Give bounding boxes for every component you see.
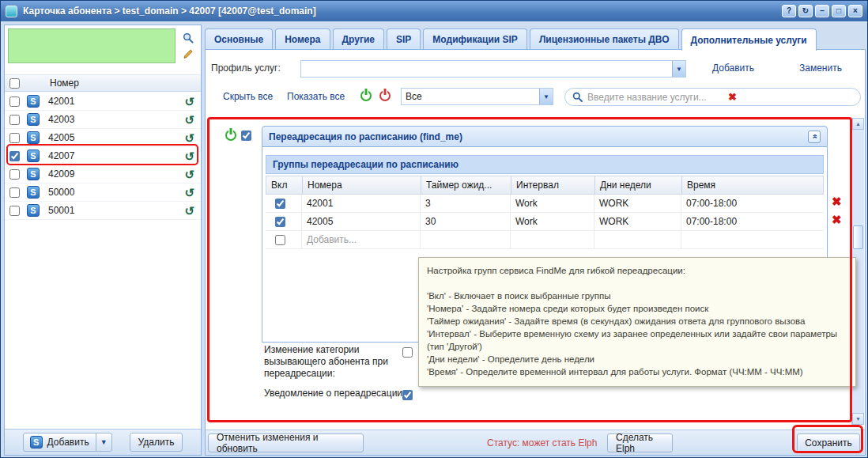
subscriber-row[interactable]: 42009 ↺ <box>5 165 201 184</box>
row-checkbox[interactable] <box>9 206 20 216</box>
tooltip-line: 'Номера' - Задайте номера среди которых … <box>427 302 847 315</box>
tab-licenzionnye-pakety-dvo[interactable]: Лицензионные пакеты ДВО <box>530 28 679 49</box>
group-timer: 30 <box>421 213 511 230</box>
subscriber-icon <box>27 168 40 180</box>
refresh-button[interactable]: ↻ <box>798 5 813 17</box>
group-timer: 3 <box>421 195 511 212</box>
subscriber-list-panel: Номер 42001 ↺ 42003 ↺ 42005 ↺ <box>4 25 202 456</box>
category-change-checkbox[interactable] <box>402 347 413 358</box>
group-enabled-checkbox[interactable] <box>275 217 285 227</box>
history-icon[interactable]: ↺ <box>184 150 194 162</box>
subscriber-icon <box>30 436 43 449</box>
service-power-icon[interactable] <box>225 130 236 141</box>
enable-all-icon[interactable] <box>360 90 372 101</box>
delete-group-icon[interactable]: ✖ <box>832 214 842 225</box>
group-enabled-checkbox[interactable] <box>275 235 285 245</box>
cancel-refresh-button[interactable]: Отменить изменения и обновить <box>208 433 364 452</box>
grid-column-header[interactable]: Вкл <box>266 176 303 194</box>
add-subscriber-button[interactable]: Добавить ▼ <box>23 433 112 452</box>
profile-add-button[interactable]: Добавить <box>712 62 754 74</box>
findme-panel-header[interactable]: Переадресация по расписанию (find_me) » <box>262 126 828 147</box>
tab-drugie[interactable]: Другие <box>333 28 384 49</box>
row-checkbox[interactable] <box>9 151 20 161</box>
subscriber-row[interactable]: 42003 ↺ <box>5 111 201 129</box>
minimize-button[interactable]: – <box>815 5 829 17</box>
history-icon[interactable]: ↺ <box>184 205 194 217</box>
services-filter-select[interactable]: Все ▼ <box>401 88 553 105</box>
profile-replace-button[interactable]: Заменить <box>799 62 842 74</box>
window-title: Карточка абонента > test_domain > 42007 … <box>23 6 779 17</box>
service-search-input[interactable] <box>587 92 728 103</box>
grid-column-header[interactable]: Таймер ожид... <box>421 176 511 194</box>
make-elph-button[interactable]: Сделать Elph <box>607 433 673 452</box>
row-checkbox[interactable] <box>9 97 20 107</box>
maximize-button[interactable]: □ <box>832 5 846 17</box>
profile-label: Профиль услуг: <box>211 62 281 74</box>
scroll-up-icon[interactable]: ▲ <box>852 118 864 130</box>
group-enabled-checkbox[interactable] <box>275 199 285 209</box>
disable-all-icon[interactable] <box>379 90 391 101</box>
tooltip-line: 'Время' - Определите временной интервал … <box>427 365 847 378</box>
save-button[interactable]: Сохранить <box>797 433 860 452</box>
subscriber-number: 42007 <box>48 150 184 161</box>
quick-search-box[interactable] <box>8 28 175 63</box>
delete-subscriber-button[interactable]: Удалить <box>130 433 183 452</box>
subscriber-icon <box>27 150 40 162</box>
close-button[interactable]: × <box>848 5 862 17</box>
add-group-row[interactable]: Добавить... <box>266 231 824 249</box>
edit-pencil-icon[interactable] <box>181 47 195 61</box>
help-button[interactable]: ? <box>782 5 796 17</box>
delete-group-icon[interactable]: ✖ <box>832 195 842 207</box>
clear-search-icon[interactable]: ✖ <box>728 92 737 102</box>
tab-modifikacii-sip[interactable]: Модификации SIP <box>423 28 527 49</box>
select-all-checkbox[interactable] <box>9 78 20 89</box>
subscriber-row[interactable]: 50000 ↺ <box>5 184 201 202</box>
collapse-icon[interactable]: » <box>808 131 821 143</box>
history-icon[interactable]: ↺ <box>184 96 194 108</box>
group-row[interactable]: 42005 30 Work WORK 07:00-18:00 <box>266 213 824 231</box>
row-checkbox[interactable] <box>9 169 20 180</box>
add-group-label[interactable]: Добавить... <box>302 231 421 248</box>
row-checkbox[interactable] <box>9 133 20 143</box>
subscriber-icon <box>27 95 40 108</box>
subscriber-row[interactable]: 42005 ↺ <box>5 129 201 147</box>
search-icon[interactable] <box>181 31 195 45</box>
subscriber-row-selected[interactable]: 42007 ↺ <box>5 147 201 165</box>
group-time: 07:00-18:00 <box>681 213 824 230</box>
grid-column-header[interactable]: Время <box>682 176 823 194</box>
service-enabled-checkbox[interactable] <box>241 131 251 141</box>
tab-dopolnitelnye-uslugi[interactable]: Дополнительные услуги <box>681 28 817 51</box>
history-icon[interactable]: ↺ <box>184 132 194 144</box>
grid-column-header[interactable]: Дни недели <box>595 176 682 194</box>
chevron-down-icon[interactable]: ▼ <box>672 61 685 77</box>
history-icon[interactable]: ↺ <box>184 187 194 199</box>
grid-column-header[interactable]: Номера <box>303 176 421 194</box>
services-filter-value: Все <box>402 91 539 102</box>
tab-osnovnye[interactable]: Основные <box>205 28 273 49</box>
subscriber-row[interactable]: 50001 ↺ <box>5 202 201 220</box>
group-number: 42005 <box>302 213 421 230</box>
group-days: WORK <box>594 195 681 212</box>
notify-forward-checkbox[interactable] <box>402 390 413 400</box>
grid-column-header[interactable]: Интервал <box>511 176 595 194</box>
number-column-header: Номер <box>50 78 79 89</box>
row-checkbox[interactable] <box>9 115 20 125</box>
chevron-down-icon[interactable]: ▼ <box>539 89 553 104</box>
subscriber-icon <box>27 204 40 217</box>
subscriber-row[interactable]: 42001 ↺ <box>5 93 201 111</box>
show-all-button[interactable]: Показать все <box>287 91 345 102</box>
hide-all-button[interactable]: Скрыть все <box>223 91 273 102</box>
group-row[interactable]: 42001 3 Work WORK 07:00-18:00 <box>266 195 824 213</box>
profile-select[interactable]: ▼ <box>300 60 686 78</box>
group-interval: Work <box>511 213 594 230</box>
chevron-down-icon[interactable]: ▼ <box>96 433 111 451</box>
row-checkbox[interactable] <box>9 187 20 198</box>
history-icon[interactable]: ↺ <box>184 168 194 180</box>
subscriber-icon <box>27 131 40 144</box>
tab-nomera[interactable]: Номера <box>275 28 330 49</box>
history-icon[interactable]: ↺ <box>184 114 194 126</box>
scroll-down-icon[interactable]: ▼ <box>852 413 864 425</box>
service-search-field[interactable]: ✖ <box>564 88 861 106</box>
tab-sip[interactable]: SIP <box>387 28 421 49</box>
scrollbar-thumb[interactable] <box>853 225 863 249</box>
